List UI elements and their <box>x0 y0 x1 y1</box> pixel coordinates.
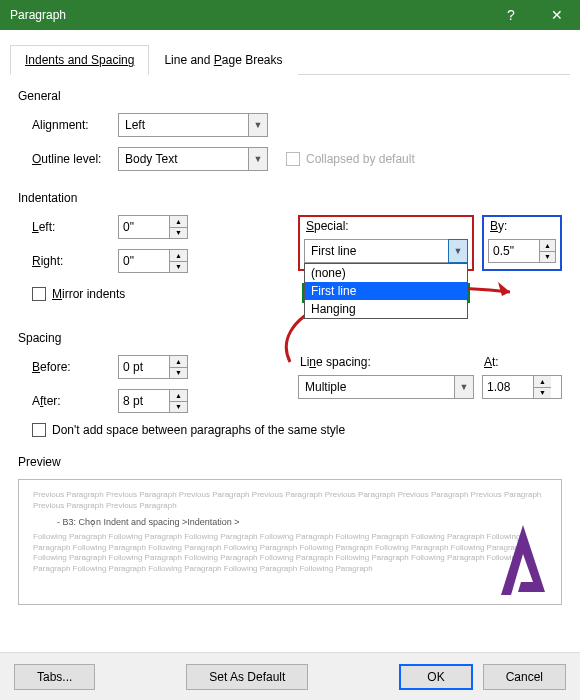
help-button[interactable]: ? <box>488 0 534 30</box>
spin-up-icon[interactable]: ▲ <box>540 240 555 252</box>
special-select[interactable]: First line ▼ (none) First line Hanging <box>304 239 468 263</box>
annotation-blue-box: By: ▲▼ <box>482 215 562 271</box>
option-hanging[interactable]: Hanging <box>305 300 467 318</box>
chevron-down-icon[interactable]: ▼ <box>448 239 468 263</box>
spin-down-icon[interactable]: ▼ <box>170 402 187 413</box>
titlebar: Paragraph ? ✕ <box>0 0 580 30</box>
indent-right-spinner[interactable]: ▲▼ <box>118 249 188 273</box>
after-spinner[interactable]: ▲▼ <box>118 389 188 413</box>
after-label: After: <box>18 394 118 408</box>
preview-after: Following Paragraph Following Paragraph … <box>33 532 547 575</box>
by-spinner[interactable]: ▲▼ <box>488 239 556 263</box>
spin-down-icon[interactable]: ▼ <box>534 388 551 399</box>
tab-strip: Indents and Spacing Line and Page Breaks <box>10 44 570 75</box>
set-default-button[interactable]: Set As Default <box>186 664 308 690</box>
window-title: Paragraph <box>0 8 488 22</box>
special-dropdown-list: (none) First line Hanging <box>304 263 468 319</box>
spin-down-icon[interactable]: ▼ <box>170 368 187 379</box>
tab-indents-spacing[interactable]: Indents and Spacing <box>10 45 149 75</box>
outline-select[interactable]: Body Text ▼ <box>118 147 268 171</box>
mirror-indents-checkbox[interactable]: Mirror indents <box>18 287 125 301</box>
section-general: General <box>18 89 562 103</box>
ok-button[interactable]: OK <box>399 664 472 690</box>
at-label: At: <box>482 355 562 369</box>
before-spinner[interactable]: ▲▼ <box>118 355 188 379</box>
dialog-content: General Alignment: Left ▼ Outline level:… <box>0 75 580 605</box>
section-spacing: Spacing <box>18 331 562 345</box>
tab-line-page-breaks[interactable]: Line and Page Breaks <box>149 45 297 75</box>
nospace-checkbox[interactable]: Don't add space between paragraphs of th… <box>18 423 345 437</box>
indent-left-label: Left: <box>18 220 118 234</box>
watermark-icon <box>493 520 553 600</box>
indent-right-label: Right: <box>18 254 118 268</box>
preview-before: Previous Paragraph Previous Paragraph Pr… <box>33 490 547 512</box>
tab-label: Indents and Spacing <box>25 53 134 67</box>
button-bar: Tabs... Set As Default OK Cancel <box>0 652 580 700</box>
chevron-down-icon[interactable]: ▼ <box>454 375 474 399</box>
by-label: By: <box>488 219 556 233</box>
option-none[interactable]: (none) <box>305 264 467 282</box>
section-preview: Preview <box>18 455 562 469</box>
indent-left-spinner[interactable]: ▲▼ <box>118 215 188 239</box>
spin-up-icon[interactable]: ▲ <box>170 250 187 262</box>
preview-sample-text: - B3: Chọn Indent and spacing >Indentati… <box>57 516 547 528</box>
section-indentation: Indentation <box>18 191 562 205</box>
before-label: Before: <box>18 360 118 374</box>
spin-up-icon[interactable]: ▲ <box>170 356 187 368</box>
line-spacing-select[interactable]: Multiple ▼ <box>298 375 474 399</box>
option-first-line[interactable]: First line <box>305 282 467 300</box>
special-label: Special: <box>304 219 468 233</box>
preview-pane: Previous Paragraph Previous Paragraph Pr… <box>18 479 562 605</box>
at-spinner[interactable]: ▲▼ <box>482 375 562 399</box>
chevron-down-icon[interactable]: ▼ <box>248 147 268 171</box>
close-button[interactable]: ✕ <box>534 0 580 30</box>
spin-down-icon[interactable]: ▼ <box>170 228 187 239</box>
tabs-button[interactable]: Tabs... <box>14 664 95 690</box>
line-spacing-label: Line spacing: <box>298 355 474 369</box>
outline-label: Outline level: <box>18 152 118 166</box>
spin-down-icon[interactable]: ▼ <box>540 252 555 263</box>
chevron-down-icon[interactable]: ▼ <box>248 113 268 137</box>
alignment-select[interactable]: Left ▼ <box>118 113 268 137</box>
spin-up-icon[interactable]: ▲ <box>534 376 551 388</box>
spin-down-icon[interactable]: ▼ <box>170 262 187 273</box>
collapsed-checkbox: Collapsed by default <box>286 152 415 166</box>
cancel-button[interactable]: Cancel <box>483 664 566 690</box>
spin-up-icon[interactable]: ▲ <box>170 390 187 402</box>
spin-up-icon[interactable]: ▲ <box>170 216 187 228</box>
alignment-label: Alignment: <box>18 118 118 132</box>
annotation-red-box: Special: First line ▼ (none) First line … <box>298 215 474 271</box>
